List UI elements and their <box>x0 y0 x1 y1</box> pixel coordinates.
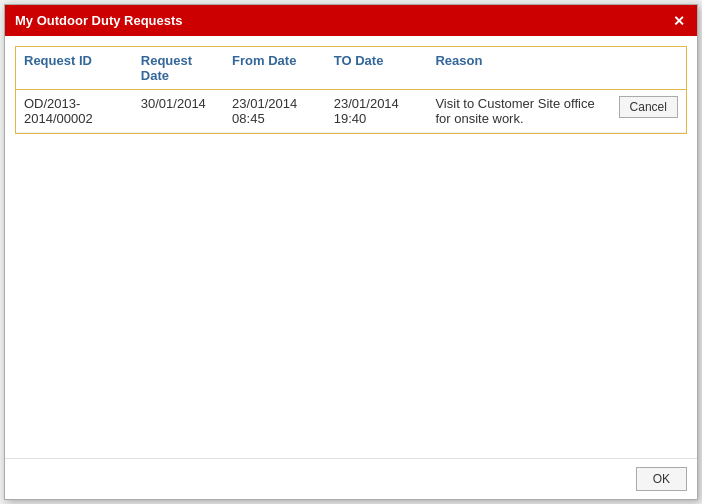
col-reason: Reason <box>427 47 610 90</box>
cancel-button[interactable]: Cancel <box>619 96 678 118</box>
dialog-body: Request ID Request Date From Date TO Dat… <box>5 36 697 458</box>
cell-request_id: OD/2013-2014/00002 <box>16 90 133 133</box>
dialog-title: My Outdoor Duty Requests <box>15 13 183 28</box>
cell-reason: Visit to Customer Site office for onsite… <box>427 90 610 133</box>
requests-table: Request ID Request Date From Date TO Dat… <box>16 47 686 133</box>
cell-cancel: Cancel <box>611 90 686 133</box>
close-button[interactable]: ✕ <box>671 14 687 28</box>
ok-button[interactable]: OK <box>636 467 687 491</box>
cell-from_date: 23/01/2014 08:45 <box>224 90 326 133</box>
dialog: My Outdoor Duty Requests ✕ Request ID Re… <box>4 4 698 500</box>
table-row: OD/2013-2014/0000230/01/201423/01/2014 0… <box>16 90 686 133</box>
col-action <box>611 47 686 90</box>
cell-request_date: 30/01/2014 <box>133 90 224 133</box>
col-from-date: From Date <box>224 47 326 90</box>
col-request-id: Request ID <box>16 47 133 90</box>
col-to-date: TO Date <box>326 47 428 90</box>
col-request-date: Request Date <box>133 47 224 90</box>
cell-to_date: 23/01/2014 19:40 <box>326 90 428 133</box>
dialog-header: My Outdoor Duty Requests ✕ <box>5 5 697 36</box>
table-container: Request ID Request Date From Date TO Dat… <box>15 46 687 134</box>
table-header-row: Request ID Request Date From Date TO Dat… <box>16 47 686 90</box>
dialog-footer: OK <box>5 458 697 499</box>
